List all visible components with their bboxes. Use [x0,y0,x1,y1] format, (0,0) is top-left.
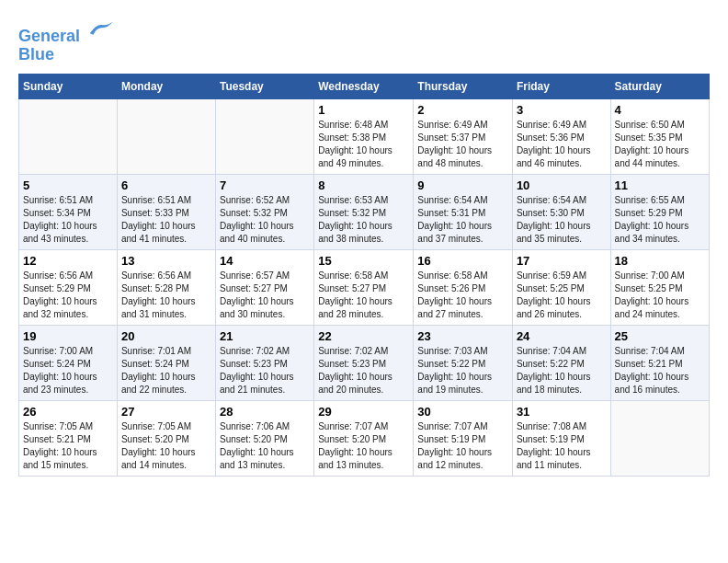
calendar-cell: 4Sunrise: 6:50 AM Sunset: 5:35 PM Daylig… [610,98,709,174]
header-cell-wednesday: Wednesday [314,74,414,98]
logo: General Blue [18,18,114,64]
day-number: 28 [220,405,310,419]
week-row: 26Sunrise: 7:05 AM Sunset: 5:21 PM Dayli… [19,400,710,476]
calendar-cell: 17Sunrise: 6:59 AM Sunset: 5:25 PM Dayli… [512,249,610,325]
calendar-cell: 28Sunrise: 7:06 AM Sunset: 5:20 PM Dayli… [216,400,314,476]
day-number: 21 [220,329,310,343]
calendar-cell: 25Sunrise: 7:04 AM Sunset: 5:21 PM Dayli… [610,325,709,400]
calendar-cell: 12Sunrise: 6:56 AM Sunset: 5:29 PM Dayli… [19,249,118,325]
day-info: Sunrise: 6:57 AM Sunset: 5:27 PM Dayligh… [220,270,310,321]
day-info: Sunrise: 7:00 AM Sunset: 5:24 PM Dayligh… [23,345,113,396]
day-info: Sunrise: 6:50 AM Sunset: 5:35 PM Dayligh… [615,119,705,170]
day-number: 14 [220,254,310,268]
day-number: 23 [417,329,508,343]
logo-text: General Blue [18,18,114,64]
calendar-cell [216,98,314,174]
day-info: Sunrise: 6:58 AM Sunset: 5:26 PM Dayligh… [417,270,508,321]
day-number: 22 [318,329,409,343]
day-number: 11 [615,178,705,192]
day-number: 18 [615,254,705,268]
day-info: Sunrise: 6:58 AM Sunset: 5:27 PM Dayligh… [318,270,409,321]
calendar-cell [19,98,118,174]
day-info: Sunrise: 7:00 AM Sunset: 5:25 PM Dayligh… [615,270,705,321]
day-number: 25 [615,329,705,343]
calendar-cell: 19Sunrise: 7:00 AM Sunset: 5:24 PM Dayli… [19,325,118,400]
day-info: Sunrise: 6:54 AM Sunset: 5:30 PM Dayligh… [517,194,607,246]
day-info: Sunrise: 7:02 AM Sunset: 5:23 PM Dayligh… [220,345,310,396]
calendar-cell: 20Sunrise: 7:01 AM Sunset: 5:24 PM Dayli… [117,325,215,400]
calendar-cell: 22Sunrise: 7:02 AM Sunset: 5:23 PM Dayli… [314,325,414,400]
day-info: Sunrise: 6:48 AM Sunset: 5:38 PM Dayligh… [318,119,409,170]
day-info: Sunrise: 7:02 AM Sunset: 5:23 PM Dayligh… [318,345,409,396]
day-info: Sunrise: 6:49 AM Sunset: 5:36 PM Dayligh… [517,119,607,170]
header-cell-saturday: Saturday [610,74,709,98]
day-info: Sunrise: 6:56 AM Sunset: 5:29 PM Dayligh… [23,270,113,321]
day-number: 6 [121,178,211,192]
header-cell-sunday: Sunday [19,74,118,98]
day-info: Sunrise: 6:51 AM Sunset: 5:33 PM Dayligh… [121,194,211,246]
calendar-cell: 5Sunrise: 6:51 AM Sunset: 5:34 PM Daylig… [19,174,118,249]
day-number: 30 [417,405,508,419]
calendar-cell: 3Sunrise: 6:49 AM Sunset: 5:36 PM Daylig… [512,98,610,174]
calendar-cell: 15Sunrise: 6:58 AM Sunset: 5:27 PM Dayli… [314,249,414,325]
logo-bird-icon [86,18,114,41]
day-number: 7 [220,178,310,192]
calendar-cell: 31Sunrise: 7:08 AM Sunset: 5:19 PM Dayli… [512,400,610,476]
day-number: 31 [517,405,607,419]
calendar-cell: 29Sunrise: 7:07 AM Sunset: 5:20 PM Dayli… [314,400,414,476]
day-number: 3 [517,103,607,117]
calendar-cell: 14Sunrise: 6:57 AM Sunset: 5:27 PM Dayli… [216,249,314,325]
calendar-cell: 23Sunrise: 7:03 AM Sunset: 5:22 PM Dayli… [414,325,513,400]
day-info: Sunrise: 7:05 AM Sunset: 5:21 PM Dayligh… [23,420,113,472]
calendar-cell: 26Sunrise: 7:05 AM Sunset: 5:21 PM Dayli… [19,400,118,476]
calendar-table: SundayMondayTuesdayWednesdayThursdayFrid… [18,74,710,477]
day-info: Sunrise: 6:53 AM Sunset: 5:32 PM Dayligh… [318,194,409,246]
day-number: 1 [318,103,409,117]
calendar-cell: 18Sunrise: 7:00 AM Sunset: 5:25 PM Dayli… [610,249,709,325]
day-info: Sunrise: 6:55 AM Sunset: 5:29 PM Dayligh… [615,194,705,246]
calendar-cell: 30Sunrise: 7:07 AM Sunset: 5:19 PM Dayli… [414,400,513,476]
day-number: 8 [318,178,409,192]
day-number: 10 [517,178,607,192]
header-cell-tuesday: Tuesday [216,74,314,98]
logo-general: General [18,27,80,45]
header-row: SundayMondayTuesdayWednesdayThursdayFrid… [19,74,710,98]
day-info: Sunrise: 6:51 AM Sunset: 5:34 PM Dayligh… [23,194,113,246]
day-number: 12 [23,254,113,268]
day-number: 15 [318,254,409,268]
day-info: Sunrise: 7:08 AM Sunset: 5:19 PM Dayligh… [517,420,607,472]
day-number: 29 [318,405,409,419]
day-number: 17 [517,254,607,268]
calendar-cell: 1Sunrise: 6:48 AM Sunset: 5:38 PM Daylig… [314,98,414,174]
calendar-cell: 21Sunrise: 7:02 AM Sunset: 5:23 PM Dayli… [216,325,314,400]
day-info: Sunrise: 6:52 AM Sunset: 5:32 PM Dayligh… [220,194,310,246]
day-number: 4 [615,103,705,117]
calendar-cell: 27Sunrise: 7:05 AM Sunset: 5:20 PM Dayli… [117,400,215,476]
calendar-cell: 11Sunrise: 6:55 AM Sunset: 5:29 PM Dayli… [610,174,709,249]
week-row: 12Sunrise: 6:56 AM Sunset: 5:29 PM Dayli… [19,249,710,325]
day-number: 19 [23,329,113,343]
logo-blue: Blue [18,45,54,63]
week-row: 1Sunrise: 6:48 AM Sunset: 5:38 PM Daylig… [19,98,710,174]
calendar-cell: 9Sunrise: 6:54 AM Sunset: 5:31 PM Daylig… [414,174,513,249]
day-info: Sunrise: 7:05 AM Sunset: 5:20 PM Dayligh… [121,420,211,472]
header-cell-monday: Monday [117,74,215,98]
calendar-cell: 10Sunrise: 6:54 AM Sunset: 5:30 PM Dayli… [512,174,610,249]
day-number: 2 [417,103,508,117]
day-info: Sunrise: 6:59 AM Sunset: 5:25 PM Dayligh… [517,270,607,321]
day-info: Sunrise: 7:01 AM Sunset: 5:24 PM Dayligh… [121,345,211,396]
header-cell-friday: Friday [512,74,610,98]
calendar-cell: 13Sunrise: 6:56 AM Sunset: 5:28 PM Dayli… [117,249,215,325]
calendar-cell [610,400,709,476]
week-row: 19Sunrise: 7:00 AM Sunset: 5:24 PM Dayli… [19,325,710,400]
day-info: Sunrise: 7:04 AM Sunset: 5:22 PM Dayligh… [517,345,607,396]
day-info: Sunrise: 7:07 AM Sunset: 5:19 PM Dayligh… [417,420,508,472]
calendar-cell: 2Sunrise: 6:49 AM Sunset: 5:37 PM Daylig… [414,98,513,174]
day-number: 26 [23,405,113,419]
day-number: 13 [121,254,211,268]
day-info: Sunrise: 7:03 AM Sunset: 5:22 PM Dayligh… [417,345,508,396]
calendar-cell [117,98,215,174]
calendar-cell: 6Sunrise: 6:51 AM Sunset: 5:33 PM Daylig… [117,174,215,249]
day-info: Sunrise: 7:07 AM Sunset: 5:20 PM Dayligh… [318,420,409,472]
day-number: 20 [121,329,211,343]
